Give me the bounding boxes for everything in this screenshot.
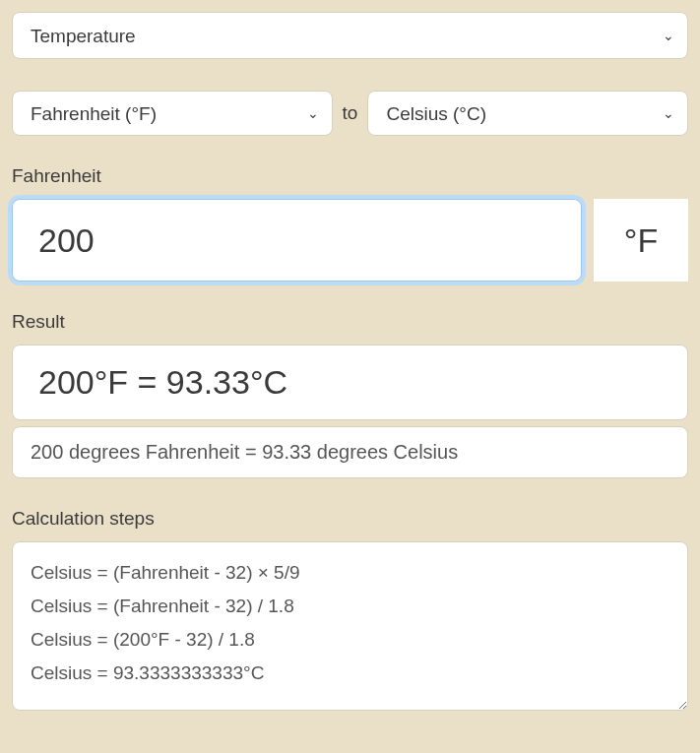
step-line: Celsius = (Fahrenheit - 32) × 5/9 xyxy=(31,556,669,590)
steps-section: Calculation steps Celsius = (Fahrenheit … xyxy=(12,508,688,711)
to-unit-select[interactable]: Celsius (°C) xyxy=(367,91,688,136)
input-section: Fahrenheit °F xyxy=(12,165,688,282)
step-line: Celsius = (200°F - 32) / 1.8 xyxy=(31,623,669,657)
unit-pair-row: Fahrenheit (°F) ⌄ to Celsius (°C) ⌄ xyxy=(12,91,688,136)
from-unit-select-wrap: Fahrenheit (°F) ⌄ xyxy=(12,91,333,136)
input-label: Fahrenheit xyxy=(12,165,688,187)
result-sub: 200 degrees Fahrenheit = 93.33 degrees C… xyxy=(12,426,688,478)
category-select[interactable]: Temperature xyxy=(12,12,688,59)
steps-label: Calculation steps xyxy=(12,508,688,530)
category-select-wrap: Temperature ⌄ xyxy=(12,12,688,59)
from-unit-select[interactable]: Fahrenheit (°F) xyxy=(12,91,333,136)
calculation-steps-box[interactable]: Celsius = (Fahrenheit - 32) × 5/9 Celsiu… xyxy=(12,541,688,711)
step-line: Celsius = (Fahrenheit - 32) / 1.8 xyxy=(31,590,669,623)
to-label: to xyxy=(343,102,358,124)
input-row: °F xyxy=(12,199,688,282)
step-line: Celsius = 93.3333333333°C xyxy=(31,657,669,690)
value-input[interactable] xyxy=(12,199,582,282)
result-main: 200°F = 93.33°C xyxy=(12,345,688,420)
unit-suffix: °F xyxy=(594,199,688,282)
result-section: Result 200°F = 93.33°C 200 degrees Fahre… xyxy=(12,311,688,478)
result-label: Result xyxy=(12,311,688,333)
to-unit-select-wrap: Celsius (°C) ⌄ xyxy=(367,91,688,136)
